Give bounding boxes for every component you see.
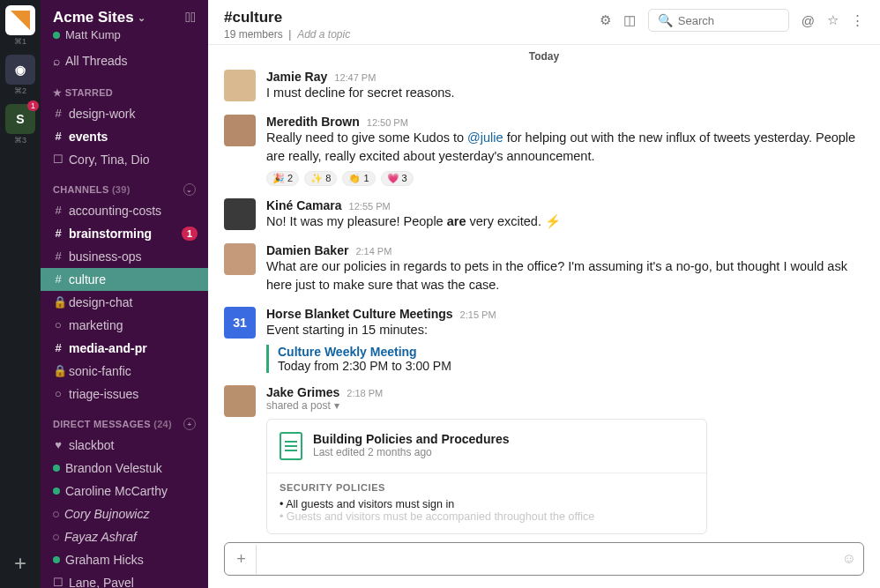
reaction[interactable]: 👏 1 xyxy=(342,171,375,186)
channel-item[interactable]: ○triage-issues xyxy=(41,383,208,406)
channel-item[interactable]: #accounting-costs xyxy=(41,199,208,222)
rail-workspace-3[interactable]: S ⌘3 1 xyxy=(5,104,35,145)
add-channel-icon[interactable]: ⌄ xyxy=(183,183,196,196)
star-icon[interactable]: ☆ xyxy=(827,12,839,28)
message-author[interactable]: Damien Baker xyxy=(266,243,348,257)
dm-item[interactable]: Brandon Velestuk xyxy=(41,457,208,480)
message: Jake Grimes2:18 PMshared a post ▾Buildin… xyxy=(224,385,864,534)
more-icon[interactable]: ⋮ xyxy=(851,12,864,28)
message: Jamie Ray12:47 PMI must decline for secr… xyxy=(224,70,864,102)
notifications-icon[interactable]: ♡⃝ xyxy=(185,10,196,26)
document-icon xyxy=(280,432,302,460)
add-dm-icon[interactable]: + xyxy=(183,418,196,430)
message-timestamp: 12:50 PM xyxy=(367,117,408,128)
message: Kiné Camara12:55 PMNo! It was my pleasur… xyxy=(224,198,864,231)
avatar[interactable] xyxy=(224,243,256,275)
mentions-icon[interactable]: @ xyxy=(802,13,815,28)
add-workspace-button[interactable]: + xyxy=(14,551,26,576)
message-author[interactable]: Jamie Ray xyxy=(266,70,327,84)
shared-post-meta: shared a post ▾ xyxy=(266,399,864,412)
all-threads[interactable]: ⌕All Threads xyxy=(41,47,208,75)
message-input[interactable] xyxy=(260,543,842,575)
reaction[interactable]: 🎉 2 xyxy=(266,171,299,186)
message-timestamp: 2:18 PM xyxy=(347,388,383,398)
starred-item[interactable]: #design-work xyxy=(41,102,208,125)
message: 31Horse Blanket Culture Meetings2:15 PME… xyxy=(224,307,864,373)
avatar[interactable] xyxy=(224,115,256,146)
mention[interactable]: @julie xyxy=(467,130,503,145)
dm-item[interactable]: Caroline McCarthy xyxy=(41,480,208,502)
avatar[interactable] xyxy=(224,70,256,101)
post-card[interactable]: Building Policies and ProceduresLast edi… xyxy=(266,419,707,534)
dm-item[interactable]: ☐Lane, Pavel xyxy=(41,571,208,588)
reaction[interactable]: ✨ 8 xyxy=(304,171,337,186)
message-timestamp: 12:55 PM xyxy=(349,201,391,212)
message-text: What are our policies in regards to pets… xyxy=(266,257,864,294)
section-dms-head[interactable]: DIRECT MESSAGES (24)+ xyxy=(41,406,208,434)
message-text: Really need to give some Kudos to @julie… xyxy=(266,129,864,166)
dm-item[interactable]: ♥slackbot xyxy=(41,434,208,457)
message-author[interactable]: Horse Blanket Culture Meetings xyxy=(266,307,453,321)
channel-item[interactable]: ○marketing xyxy=(41,314,208,337)
rail-workspace-1[interactable]: ⌘1 xyxy=(5,5,35,46)
message-text: I must decline for secret reasons. xyxy=(266,84,864,102)
current-user[interactable]: Matt Kump xyxy=(53,28,196,41)
rail-workspace-2[interactable]: ◉ ⌘2 xyxy=(5,55,35,95)
panel-icon[interactable]: ◫ xyxy=(623,12,636,28)
message: Damien Baker2:14 PMWhat are our policies… xyxy=(224,243,864,294)
sidebar: Acme Sites⌄ ♡⃝ Matt Kump ⌕All Threads ★ … xyxy=(41,0,208,588)
threads-icon: ⌕ xyxy=(53,54,60,68)
avatar[interactable] xyxy=(224,385,256,417)
chevron-down-icon: ⌄ xyxy=(138,12,145,24)
channel-item[interactable]: 🔒sonic-fanfic xyxy=(41,360,208,383)
message-author[interactable]: Meredith Brown xyxy=(266,115,360,129)
search-icon: 🔍 xyxy=(658,13,673,27)
starred-item[interactable]: ☐Cory, Tina, Dio xyxy=(41,148,208,171)
message-author[interactable]: Kiné Camara xyxy=(266,198,342,212)
message-text: No! It was my pleasure! People are very … xyxy=(266,212,864,231)
main-panel: #culture 19 members | Add a topic ⚙ ◫ 🔍 … xyxy=(208,0,880,588)
message-timestamp: 2:15 PM xyxy=(460,309,496,320)
starred-item[interactable]: #events xyxy=(41,125,208,148)
message-timestamp: 2:14 PM xyxy=(355,246,392,257)
section-starred-head[interactable]: ★ STARRED xyxy=(41,75,208,102)
message-composer[interactable]: + ☺ xyxy=(224,542,864,576)
emoji-icon[interactable]: ☺ xyxy=(842,551,856,567)
message: Meredith Brown12:50 PMReally need to giv… xyxy=(224,115,864,186)
channel-item[interactable]: #culture xyxy=(41,268,208,291)
date-divider: Today xyxy=(224,50,864,63)
message-author[interactable]: Jake Grimes xyxy=(266,385,339,399)
search-input[interactable]: 🔍 xyxy=(648,9,789,32)
message-timestamp: 12:47 PM xyxy=(334,72,376,83)
workspace-switcher[interactable]: Acme Sites⌄ xyxy=(53,9,145,26)
channel-item[interactable]: #media-and-pr xyxy=(41,337,208,360)
channel-item[interactable]: #brainstorming1 xyxy=(41,222,208,245)
channel-item[interactable]: 🔒design-chat xyxy=(41,291,208,314)
reaction[interactable]: 💗 3 xyxy=(381,171,414,186)
avatar[interactable] xyxy=(224,198,256,230)
channel-item[interactable]: #business-ops xyxy=(41,245,208,268)
add-topic-link[interactable]: Add a topic xyxy=(297,28,350,41)
dm-item[interactable]: Graham Hicks xyxy=(41,548,208,571)
dm-item[interactable]: Fayaz Ashraf xyxy=(41,525,208,548)
attach-icon[interactable]: + xyxy=(232,545,257,574)
channel-title[interactable]: #culture xyxy=(224,9,350,26)
calendar-icon: 31 xyxy=(224,307,256,339)
workspace-rail: ⌘1 ◉ ⌘2 S ⌘3 1 + xyxy=(0,0,41,588)
gear-icon[interactable]: ⚙ xyxy=(600,12,611,28)
dm-item[interactable]: Cory Bujnowicz xyxy=(41,502,208,525)
section-channels-head[interactable]: CHANNELS (39)⌄ xyxy=(41,171,208,199)
event-title[interactable]: Culture Weekly Meeting xyxy=(278,345,864,359)
chevron-down-icon[interactable]: ▾ xyxy=(334,399,339,412)
member-count[interactable]: 19 members xyxy=(224,28,283,41)
